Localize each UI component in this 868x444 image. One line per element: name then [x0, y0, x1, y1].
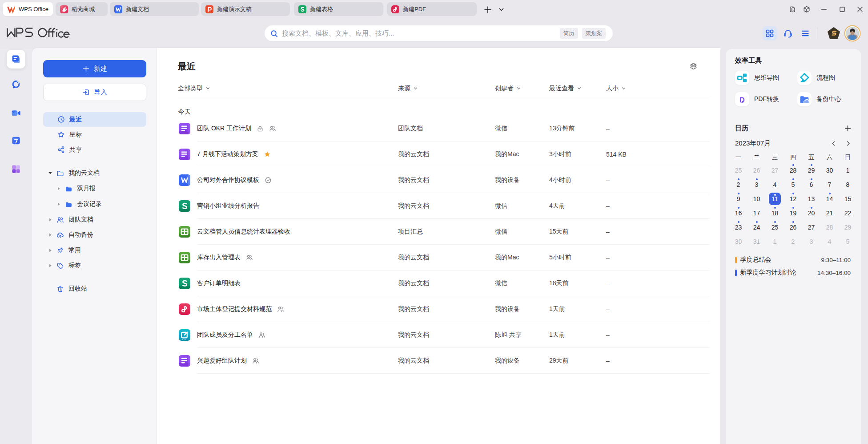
- file-row[interactable]: 营销小组业绩分析报告 我的云文档 微信 4天前 –: [157, 193, 720, 219]
- search-tag-resume[interactable]: 简历: [560, 28, 578, 39]
- filter-type[interactable]: 全部类型: [178, 85, 210, 92]
- caret-right-icon[interactable]: [48, 233, 52, 237]
- filter-viewed[interactable]: 最近查看: [549, 85, 582, 92]
- tab-new-pdf[interactable]: 新建PDF: [387, 2, 477, 16]
- sidebar-tree-my-cloud-docs[interactable]: 我的云文档: [43, 165, 146, 181]
- maximize-button[interactable]: [839, 6, 846, 13]
- file-name[interactable]: 公司对外合作协议模板: [197, 176, 259, 184]
- user-avatar[interactable]: [844, 25, 861, 42]
- sidebar-item-shared[interactable]: 共享: [43, 142, 146, 157]
- workspace-box-button[interactable]: [803, 6, 810, 13]
- calendar-day[interactable]: 24: [747, 220, 766, 234]
- tool-flow-chart[interactable]: 流程图: [797, 71, 835, 85]
- calendar-day[interactable]: 21: [820, 206, 839, 220]
- calendar-day[interactable]: 15: [839, 192, 857, 206]
- calendar-next-button[interactable]: [845, 141, 851, 146]
- new-tab-button[interactable]: [483, 5, 492, 14]
- calendar-day[interactable]: 22: [839, 206, 857, 220]
- calendar-day[interactable]: 25: [729, 163, 747, 178]
- calendar-day[interactable]: 6: [802, 178, 820, 192]
- caret-right-icon[interactable]: [56, 202, 61, 206]
- caret-right-icon[interactable]: [48, 248, 52, 253]
- add-event-button[interactable]: [844, 125, 852, 132]
- calendar-day[interactable]: 16: [729, 206, 747, 220]
- calendar-day[interactable]: 14: [820, 192, 839, 206]
- calendar-day[interactable]: 17: [747, 206, 766, 220]
- settings-gear-button[interactable]: [690, 62, 697, 70]
- calendar-day[interactable]: 20: [802, 206, 820, 220]
- filter-size[interactable]: 大小: [606, 85, 626, 92]
- calendar-day[interactable]: 30: [820, 163, 839, 178]
- calendar-day[interactable]: 29: [802, 163, 820, 178]
- file-name[interactable]: 兴趣爱好组队计划: [197, 357, 247, 365]
- tab-new-presentation[interactable]: 新建演示文稿: [201, 2, 290, 16]
- calendar-day[interactable]: 28: [820, 220, 839, 234]
- tab-list-chevron-icon[interactable]: [498, 6, 505, 13]
- calendar-day[interactable]: 5: [784, 178, 802, 192]
- calendar-day[interactable]: 29: [839, 220, 857, 234]
- file-row[interactable]: 7 月线下活动策划方案 我的云文档 我的Mac 3小时前 514 KB: [157, 141, 720, 167]
- calendar-day[interactable]: 4: [820, 234, 839, 249]
- tool-mind-map[interactable]: 思维导图: [735, 71, 779, 85]
- sidebar-tree-team-docs[interactable]: 团队文档: [43, 212, 146, 227]
- calendar-day[interactable]: 30: [729, 234, 747, 249]
- tab-new-sheet[interactable]: 新建表格: [294, 2, 383, 16]
- calendar-day[interactable]: 9: [729, 192, 747, 206]
- filter-creator[interactable]: 创建者: [495, 85, 521, 92]
- rail-item-documents[interactable]: [7, 50, 25, 69]
- calendar-day[interactable]: 28: [784, 163, 802, 178]
- search-bar[interactable]: 搜索文档、模板、文库、应用、技巧... 简历 策划案: [265, 25, 613, 41]
- tab-wps-office[interactable]: WPS Office: [3, 2, 53, 16]
- file-row[interactable]: 兴趣爱好组队计划 我的云文档 我的设备 29天前 –: [157, 348, 720, 374]
- sidebar-tree-meeting-notes[interactable]: 会议记录: [43, 197, 146, 212]
- calendar-day[interactable]: 3: [747, 178, 766, 192]
- file-row[interactable]: 云文档管人员信息统计表理器验收 项目汇总 微信 15天前 –: [157, 219, 720, 245]
- calendar-day[interactable]: 18: [766, 206, 784, 220]
- apps-grid-button[interactable]: [763, 26, 777, 40]
- calendar-day[interactable]: 19: [784, 206, 802, 220]
- minimize-button[interactable]: [820, 6, 828, 13]
- calendar-day[interactable]: 1: [766, 234, 784, 249]
- file-name[interactable]: 团队 OKR 工作计划: [197, 125, 251, 133]
- file-name[interactable]: 7 月线下活动策划方案: [197, 150, 258, 158]
- calendar-day-selected[interactable]: 11: [766, 192, 784, 206]
- calendar-day[interactable]: 25: [766, 220, 784, 234]
- tab-docer-mall[interactable]: 稻壳商城: [56, 2, 108, 16]
- file-name[interactable]: 团队成员及分工名单: [197, 331, 253, 339]
- file-name[interactable]: 云文档管人员信息统计表理器验收: [197, 228, 290, 236]
- calendar-day[interactable]: 26: [784, 220, 802, 234]
- calendar-day[interactable]: 26: [747, 163, 766, 178]
- sidebar-tree-auto-backup[interactable]: 自动备份: [43, 227, 146, 242]
- support-button[interactable]: [784, 29, 792, 38]
- file-row[interactable]: 市场主体登记提交材料规范 我的云文档 我的设备 1天前 –: [157, 296, 720, 322]
- calendar-day[interactable]: 1: [839, 163, 857, 178]
- sidebar-item-starred[interactable]: 星标: [43, 127, 146, 142]
- calendar-day[interactable]: 12: [784, 192, 802, 206]
- event-new-term-study-plan[interactable]: 新季度学习计划讨论14:30–16:00: [735, 268, 851, 277]
- file-name[interactable]: 库存出入管理表: [197, 254, 241, 262]
- rail-item-meeting[interactable]: [11, 108, 21, 118]
- sidebar-tree-labels[interactable]: 标签: [43, 258, 146, 273]
- calendar-day[interactable]: 23: [729, 220, 747, 234]
- import-button[interactable]: 导入: [43, 84, 146, 101]
- file-name[interactable]: 营销小组业绩分析报告: [197, 202, 259, 210]
- calendar-day[interactable]: 27: [802, 220, 820, 234]
- calendar-day[interactable]: 13: [802, 192, 820, 206]
- file-row[interactable]: 公司对外合作协议模板 我的云文档 我的设备 4小时前 –: [157, 167, 720, 193]
- membership-badge[interactable]: [828, 27, 840, 40]
- sidebar-tree-bimonthly-report[interactable]: 双月报: [43, 181, 146, 196]
- calendar-day[interactable]: 5: [839, 234, 857, 249]
- calendar-day[interactable]: 4: [766, 178, 784, 192]
- rail-item-chat[interactable]: [11, 80, 21, 89]
- sidebar-item-recent[interactable]: 最近: [43, 112, 146, 127]
- tool-backup-center[interactable]: 备份中心: [797, 92, 841, 106]
- calendar-day[interactable]: 2: [784, 234, 802, 249]
- main-menu-button[interactable]: [801, 29, 810, 38]
- caret-down-icon[interactable]: [48, 171, 52, 175]
- file-row[interactable]: 客户订单明细表 我的云文档 微信 18天前 –: [157, 270, 720, 296]
- calendar-prev-button[interactable]: [831, 141, 836, 146]
- close-button[interactable]: [856, 6, 864, 13]
- new-document-button[interactable]: 新建: [43, 60, 146, 77]
- calendar-day[interactable]: 10: [747, 192, 766, 206]
- tab-new-writer[interactable]: 新建文档: [110, 2, 199, 16]
